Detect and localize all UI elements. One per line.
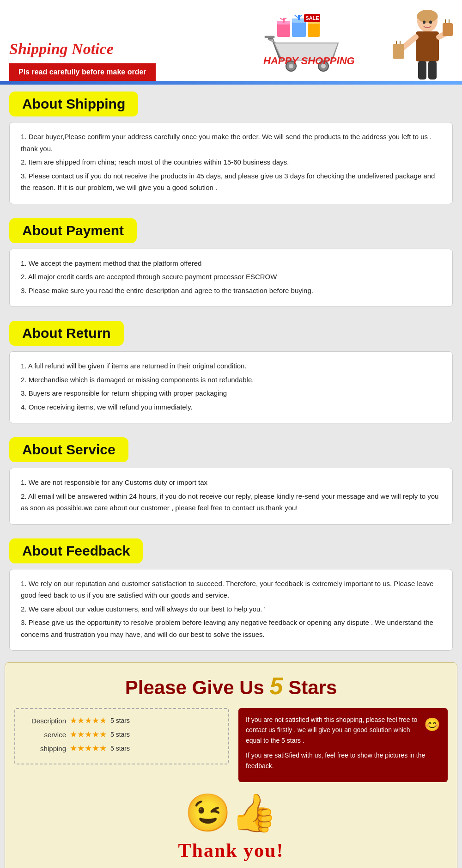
service-content: 1. We are not responsible for any Custom…: [9, 468, 453, 525]
star-text-shipping: 5 stars: [110, 745, 130, 752]
star-label-description: Description: [24, 717, 66, 725]
five-stars-section: Please Give Us 5 Stars Description ★★★★★…: [5, 662, 457, 868]
shipping-content: 1. Dear buyer,Please confirm your addres…: [9, 122, 453, 204]
info-text-1: If you are not satisfied with this shopp…: [246, 715, 440, 746]
list-item: 3. Buyers are responsible for return shi…: [21, 387, 441, 399]
star-text-service: 5 stars: [110, 731, 130, 738]
svg-rect-25: [428, 61, 437, 79]
list-item: 2. We care about our value customers, an…: [21, 603, 441, 615]
svg-rect-29: [443, 23, 453, 36]
svg-text:SALE: SALE: [305, 15, 319, 21]
svg-point-32: [423, 21, 426, 24]
thank-you-text: Thank you!: [14, 839, 448, 862]
info-text-2: If you are satiSfied with us, feel free …: [246, 750, 440, 771]
star-label-service: service: [24, 731, 66, 739]
feedback-section: About Feedback 1. We rely on our reputat…: [0, 532, 462, 658]
list-item: 1. We rely on our reputation and custome…: [21, 578, 441, 601]
svg-line-3: [280, 18, 283, 20]
list-item: 2. Item are shipped from china; reach mo…: [21, 156, 441, 168]
payment-content: 1. We accept the payment method that the…: [9, 249, 453, 307]
shipping-section: About Shipping 1. Dear buyer,Please conf…: [0, 85, 462, 211]
list-item: 2. Merchandise which is damaged or missi…: [21, 374, 441, 386]
list-item: 4. Once receiving items, we will refund …: [21, 401, 441, 413]
number-five: 5: [270, 672, 283, 699]
header-left: Shipping Notice Pls read carefully befor…: [9, 40, 259, 81]
service-heading: About Service: [9, 437, 128, 462]
list-item: 2. All email will be answered within 24 …: [21, 490, 441, 514]
smiley-icon: 😊: [424, 715, 440, 735]
list-item: 3. Please contact us if you do not recei…: [21, 170, 441, 194]
list-item: 3. Please make sure you read the entire …: [21, 285, 441, 297]
list-item: 1. We are not responsible for any Custom…: [21, 477, 441, 489]
star-label-shipping: shipping: [24, 745, 66, 752]
wink-emoji-icon: 😉👍: [14, 791, 448, 835]
stars-row: Description ★★★★★ 5 stars service ★★★★★ …: [14, 708, 448, 782]
happy-shopping-label: HAPPY SHOPPING: [263, 55, 355, 67]
list-item: 1. We accept the payment method that the…: [21, 257, 441, 269]
title-post: Stars: [288, 677, 337, 698]
header-section: Shipping Notice Pls read carefully befor…: [0, 0, 462, 81]
svg-rect-21: [416, 31, 439, 61]
thank-you-area: 😉👍 Thank you!: [14, 782, 448, 866]
svg-point-33: [429, 21, 432, 24]
list-item: 1. Dear buyer,Please confirm your addres…: [21, 131, 441, 154]
feedback-content: 1. We rely on our reputation and custome…: [9, 569, 453, 651]
list-item: 1. A full refund will be given if items …: [21, 360, 441, 372]
info-box: 😊 If you are not satisfied with this sho…: [238, 708, 448, 782]
return-section: About Return 1. A full refund will be gi…: [0, 314, 462, 430]
service-section: About Service 1. We are not responsible …: [0, 430, 462, 532]
banner-text: Pls read carefully before make order: [9, 63, 156, 81]
header-right: SALE HAPPY SHOPPING: [259, 7, 453, 81]
star-row-shipping: shipping ★★★★★ 5 stars: [24, 743, 219, 753]
five-stars-title: Please Give Us 5 Stars: [14, 672, 448, 700]
svg-rect-24: [418, 61, 426, 79]
star-icons-service: ★★★★★: [70, 729, 107, 740]
star-icons-description: ★★★★★: [70, 715, 107, 726]
star-row-service: service ★★★★★ 5 stars: [24, 729, 219, 740]
shipping-heading: About Shipping: [9, 92, 138, 116]
list-item: 2. All major credit cards are accepted t…: [21, 271, 441, 283]
feedback-heading: About Feedback: [9, 538, 143, 563]
person-image: [379, 9, 453, 81]
star-text-description: 5 stars: [110, 717, 130, 724]
stars-table: Description ★★★★★ 5 stars service ★★★★★ …: [14, 708, 229, 764]
payment-heading: About Payment: [9, 218, 137, 243]
list-item: 3. Please give us the opportunity to res…: [21, 617, 441, 640]
blue-divider: [0, 81, 462, 85]
svg-line-8: [295, 15, 298, 18]
star-icons-shipping: ★★★★★: [70, 743, 107, 753]
svg-rect-2: [283, 18, 285, 23]
payment-section: About Payment 1. We accept the payment m…: [0, 211, 462, 314]
return-heading: About Return: [9, 321, 124, 346]
title-pre: Please Give Us: [125, 677, 264, 698]
page-title: Shipping Notice: [9, 40, 259, 58]
star-row-description: Description ★★★★★ 5 stars: [24, 715, 219, 726]
svg-rect-26: [393, 44, 404, 59]
return-content: 1. A full refund will be given if items …: [9, 351, 453, 423]
